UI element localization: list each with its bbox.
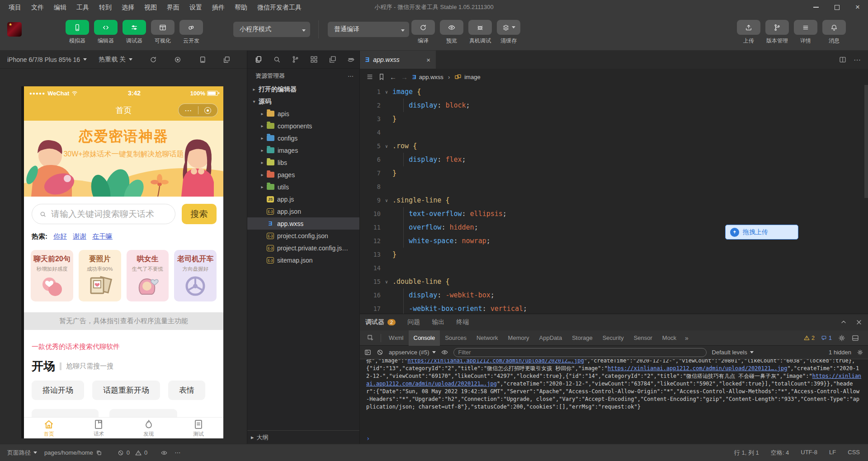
action-版本管理[interactable]: 版本管理 [765, 20, 789, 45]
activity-docker-button[interactable] [347, 56, 355, 63]
tab-overflow-button[interactable]: » [681, 334, 692, 342]
code-line-8[interactable]: 8 [360, 180, 864, 193]
devtools-tab-Wxml[interactable]: Wxml [384, 330, 409, 346]
inspect-element-icon[interactable] [363, 334, 378, 342]
toggle-编辑器[interactable]: 编辑器 [94, 20, 118, 45]
menu-帮助[interactable]: 帮助 [230, 0, 252, 14]
breadcrumb-file[interactable]: Ǝ app.wxss [412, 74, 443, 80]
action-上传[interactable]: 上传 [736, 20, 761, 45]
console-sidebar-icon[interactable] [364, 349, 371, 356]
exit-button[interactable] [198, 107, 218, 114]
menu-视图[interactable]: 视图 [139, 0, 162, 14]
devtools-settings-gear-icon[interactable] [838, 334, 845, 342]
console-link[interactable]: https://xinlianai.app1212.com/admin/uplo… [608, 365, 787, 372]
status-item[interactable]: UTF-8 [801, 449, 817, 457]
sim-record-button[interactable] [174, 56, 181, 63]
more-button[interactable]: ⋯ [179, 106, 198, 115]
menu-项目[interactable]: 项目 [4, 0, 26, 14]
preview-eye-button[interactable] [161, 450, 167, 456]
devtools-tab-AppData[interactable]: AppData [534, 330, 567, 346]
minimize-button[interactable] [806, 0, 826, 14]
fold-chevron-icon[interactable]: ∨ [381, 198, 392, 203]
tree-file-app.json[interactable]: {..}app.json [247, 205, 359, 217]
action-编译[interactable]: 编译 [411, 20, 435, 45]
hot-reload-toggle[interactable]: 热重载 关 [99, 56, 132, 64]
devtools-tab-Memory[interactable]: Memory [503, 330, 534, 346]
tree-file-app.wxss[interactable]: Ǝapp.wxss [247, 217, 359, 230]
action-清缓存[interactable]: 清缓存 [496, 20, 521, 45]
phone-tab-测试[interactable]: 测试 [174, 418, 223, 438]
hot-link-谢谢[interactable]: 谢谢 [73, 232, 86, 241]
sim-window-button[interactable] [198, 56, 206, 63]
tree-folder-configs[interactable]: ▸ configs [247, 132, 359, 144]
menu-设置[interactable]: 设置 [184, 0, 207, 14]
nav-forward-icon[interactable]: → [401, 73, 408, 81]
devtools-tab-Sources[interactable]: Sources [440, 330, 472, 346]
nav-back-icon[interactable]: ← [390, 73, 396, 81]
code-line-14[interactable]: 14 [360, 261, 864, 275]
feature-card[interactable]: 要照片 成功率90% [79, 250, 121, 301]
code-line-13[interactable]: 13 } [360, 248, 864, 261]
toggle-模拟器[interactable]: 模拟器 [65, 20, 90, 45]
activity-split4-button[interactable] [310, 56, 318, 63]
devtools-tab-Sensor[interactable]: Sensor [629, 330, 657, 346]
tree-file-project.private.config.js…[interactable]: {..}project.private.config.js… [247, 242, 359, 254]
debugger-tab-输出[interactable]: 输出 [432, 318, 444, 326]
menu-选择[interactable]: 选择 [117, 0, 139, 14]
feature-card[interactable]: 哄女生 生气了不要慌 [127, 250, 169, 301]
phone-tab-发现[interactable]: 发现 [124, 418, 174, 438]
action-消息[interactable]: 消息 [822, 20, 846, 45]
tree-file-project.config.json[interactable]: {..}project.config.json [247, 230, 359, 242]
menu-插件[interactable]: 插件 [207, 0, 230, 14]
code-line-4[interactable]: 4 [360, 126, 864, 139]
console-prompt[interactable]: › [360, 433, 868, 444]
editor-scrollbar[interactable] [864, 85, 868, 198]
close-tab-icon[interactable]: × [426, 56, 430, 64]
collapse-panel-icon[interactable] [840, 319, 847, 326]
feature-card[interactable]: 老司机开车 方向盘握好 [174, 250, 217, 301]
menu-工具[interactable]: 工具 [71, 0, 94, 14]
warning-count[interactable]: 2 [804, 335, 815, 341]
tree-folder-libs[interactable]: ▸ libs [247, 156, 359, 169]
statusbar-more-button[interactable]: ⋯ [175, 449, 180, 456]
menu-文件[interactable]: 文件 [26, 0, 49, 14]
quick-button-搭讪开场[interactable]: 搭讪开场 [32, 381, 84, 400]
problem-counts[interactable]: 0 0 [118, 449, 147, 456]
code-line-2[interactable]: 2 display: block; [360, 99, 864, 112]
devtools-tab-Security[interactable]: Security [598, 330, 629, 346]
outline-section[interactable]: ▸ 大纲 [247, 430, 359, 444]
tree-section-源码[interactable]: ▾源码 [247, 95, 359, 108]
tree-folder-pages[interactable]: ▸ pages [247, 169, 359, 181]
current-page-path[interactable]: pages/home/home [44, 449, 102, 456]
hot-link-在干嘛[interactable]: 在干嘛 [92, 232, 113, 241]
quick-button-话题重新开场[interactable]: 话题重新开场 [92, 381, 160, 400]
debugger-tab-终端[interactable]: 终端 [456, 318, 469, 326]
console-filter-input[interactable] [453, 348, 707, 357]
close-panel-icon[interactable] [855, 319, 863, 326]
code-line-1[interactable]: 1 ∨ image { [360, 85, 864, 99]
menu-转到[interactable]: 转到 [94, 0, 117, 14]
editor-tab-app-wxss[interactable]: Ǝ app.wxss × [360, 51, 436, 69]
search-input[interactable] [51, 209, 168, 219]
debugger-tab-问题[interactable]: 问题 [407, 318, 420, 326]
drag-upload-hint[interactable]: 拖拽上传 [725, 225, 798, 240]
fold-chevron-icon[interactable]: ∨ [381, 279, 392, 284]
toggle-云开发[interactable]: 云开发 [179, 20, 203, 45]
outline-list-icon[interactable] [366, 73, 373, 80]
tree-folder-components[interactable]: ▸ components [247, 120, 359, 132]
bookmark-icon[interactable] [378, 73, 385, 80]
mode-select[interactable]: 小程序模式 [233, 22, 310, 37]
console-settings-gear-icon[interactable] [857, 349, 863, 356]
code-line-9[interactable]: 9 ∨ .single-line { [360, 193, 864, 207]
info-count[interactable]: 1 [821, 335, 832, 341]
context-select[interactable]: appservice (#5) [389, 349, 436, 356]
explorer-more-button[interactable]: ⋯ [348, 73, 354, 80]
sim-rotate-button[interactable] [150, 56, 157, 63]
tree-section-打开的编辑器[interactable]: ▸打开的编辑器 [247, 83, 359, 95]
split-editor-icon[interactable] [839, 56, 846, 63]
status-item[interactable]: 空格: 4 [771, 449, 789, 457]
debugger-tab-调试器[interactable]: 调试器2 [365, 318, 396, 326]
log-levels-select[interactable]: Default levels [712, 349, 754, 356]
status-item[interactable]: CSS [848, 449, 860, 457]
maximize-button[interactable] [826, 0, 847, 14]
